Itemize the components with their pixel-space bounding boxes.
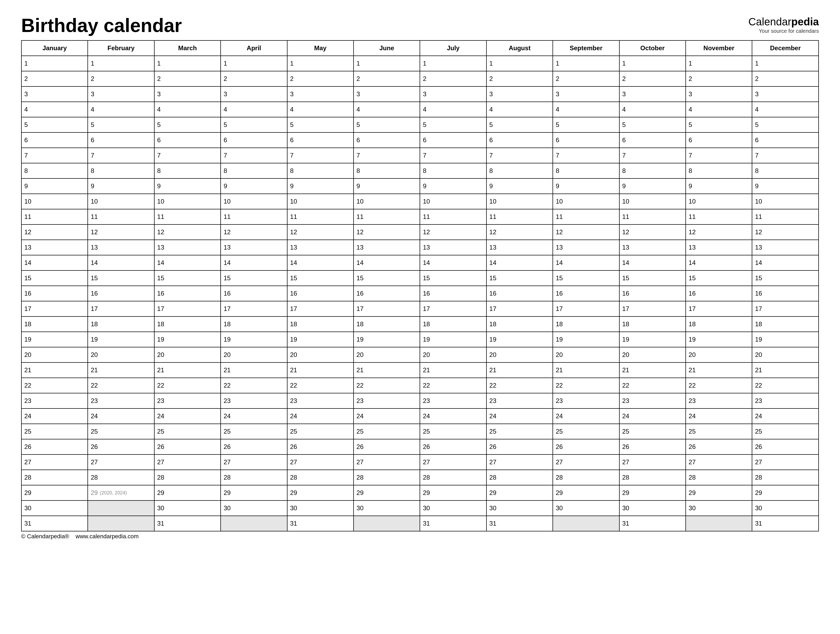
day-number: 7 bbox=[224, 152, 227, 159]
day-number: 6 bbox=[290, 136, 294, 144]
day-cell: 20 bbox=[354, 347, 420, 362]
day-number: 12 bbox=[489, 228, 496, 236]
day-number: 26 bbox=[622, 443, 629, 451]
day-number: 31 bbox=[157, 520, 164, 527]
day-cell: 8 bbox=[354, 163, 420, 179]
day-number: 27 bbox=[224, 459, 231, 466]
day-cell: 15 bbox=[154, 270, 221, 286]
day-number: 19 bbox=[556, 336, 563, 343]
day-cell: 17 bbox=[619, 301, 686, 316]
day-row: 2929(2020, 2024)29292929292929292929 bbox=[21, 485, 819, 501]
day-number: 26 bbox=[91, 443, 98, 451]
day-number: 5 bbox=[755, 121, 758, 128]
day-number: 1 bbox=[423, 60, 426, 67]
day-number: 18 bbox=[489, 321, 496, 328]
day-number: 10 bbox=[224, 198, 231, 205]
day-number: 30 bbox=[224, 504, 231, 512]
day-cell: 18 bbox=[21, 316, 88, 332]
header: Birthday calendar Calendarpedia Your sou… bbox=[21, 16, 819, 35]
day-number: 20 bbox=[423, 351, 430, 359]
day-cell: 12 bbox=[287, 225, 354, 240]
day-cell: 1 bbox=[553, 56, 619, 71]
day-number: 6 bbox=[755, 136, 758, 144]
day-number: 6 bbox=[622, 136, 626, 144]
day-cell: 11 bbox=[686, 209, 752, 225]
day-number: 11 bbox=[622, 213, 629, 220]
day-cell: 16 bbox=[287, 286, 354, 301]
day-cell: 15 bbox=[420, 270, 486, 286]
day-cell: 4 bbox=[21, 102, 88, 117]
brand-name-suffix: pedia bbox=[791, 16, 819, 27]
day-cell: 6 bbox=[686, 133, 752, 148]
day-cell: 26 bbox=[553, 439, 619, 454]
day-number: 31 bbox=[24, 520, 32, 527]
day-cell: 29 bbox=[619, 485, 686, 501]
day-cell: 5 bbox=[420, 117, 486, 133]
day-cell: 27 bbox=[486, 454, 553, 470]
day-cell: 8 bbox=[287, 163, 354, 179]
day-cell: 2 bbox=[21, 71, 88, 87]
day-cell: 1 bbox=[21, 56, 88, 71]
day-cell: 27 bbox=[287, 454, 354, 470]
day-cell: 16 bbox=[553, 286, 619, 301]
day-cell: 27 bbox=[619, 454, 686, 470]
day-number: 9 bbox=[157, 182, 161, 190]
day-cell: 2 bbox=[553, 71, 619, 87]
day-number: 6 bbox=[157, 136, 161, 144]
day-row: 31313131313131 bbox=[21, 516, 819, 531]
day-row: 111111111111111111111111 bbox=[21, 209, 819, 225]
day-number: 1 bbox=[688, 60, 692, 67]
day-cell: 23 bbox=[686, 393, 752, 408]
day-number: 10 bbox=[290, 198, 297, 205]
day-number: 4 bbox=[423, 106, 426, 113]
day-cell: 2 bbox=[619, 71, 686, 87]
day-number: 8 bbox=[755, 167, 758, 174]
day-cell: 24 bbox=[287, 408, 354, 424]
day-cell: 24 bbox=[154, 408, 221, 424]
day-number: 18 bbox=[556, 321, 563, 328]
day-number: 2 bbox=[622, 75, 626, 82]
day-cell: 16 bbox=[752, 286, 819, 301]
day-number: 22 bbox=[423, 382, 430, 389]
day-number: 5 bbox=[556, 121, 559, 128]
day-cell: 15 bbox=[486, 270, 553, 286]
day-number: 15 bbox=[622, 274, 629, 282]
day-cell: 7 bbox=[88, 148, 154, 163]
day-cell: 5 bbox=[88, 117, 154, 133]
day-number: 28 bbox=[556, 474, 563, 481]
day-cell: 1 bbox=[420, 56, 486, 71]
day-number: 25 bbox=[91, 428, 98, 435]
day-number: 23 bbox=[688, 397, 696, 405]
day-cell: 8 bbox=[21, 163, 88, 179]
day-number: 4 bbox=[91, 106, 94, 113]
day-number: 30 bbox=[290, 504, 297, 512]
day-cell: 31 bbox=[420, 516, 486, 531]
day-cell: 5 bbox=[752, 117, 819, 133]
day-number: 28 bbox=[157, 474, 164, 481]
day-row: 3030303030303030303030 bbox=[21, 501, 819, 516]
day-cell: 15 bbox=[354, 270, 420, 286]
day-number: 7 bbox=[688, 152, 692, 159]
day-number: 29 bbox=[157, 489, 164, 496]
day-number: 29 bbox=[423, 489, 430, 496]
day-cell: 25 bbox=[486, 424, 553, 439]
day-number: 4 bbox=[357, 106, 360, 113]
day-row: 888888888888 bbox=[21, 163, 819, 179]
day-number: 7 bbox=[423, 152, 426, 159]
day-number: 9 bbox=[24, 182, 28, 190]
day-cell: 27 bbox=[420, 454, 486, 470]
day-number: 15 bbox=[224, 274, 231, 282]
day-number: 26 bbox=[24, 443, 32, 451]
day-number: 8 bbox=[224, 167, 227, 174]
day-number: 9 bbox=[423, 182, 426, 190]
day-cell: 17 bbox=[486, 301, 553, 316]
day-number: 2 bbox=[423, 75, 426, 82]
day-number: 26 bbox=[290, 443, 297, 451]
day-number: 4 bbox=[755, 106, 758, 113]
day-number: 23 bbox=[357, 397, 363, 405]
day-cell: 16 bbox=[221, 286, 287, 301]
day-number: 24 bbox=[157, 413, 164, 420]
day-cell: 29 bbox=[686, 485, 752, 501]
day-row: 121212121212121212121212 bbox=[21, 225, 819, 240]
day-cell: 22 bbox=[88, 378, 154, 393]
